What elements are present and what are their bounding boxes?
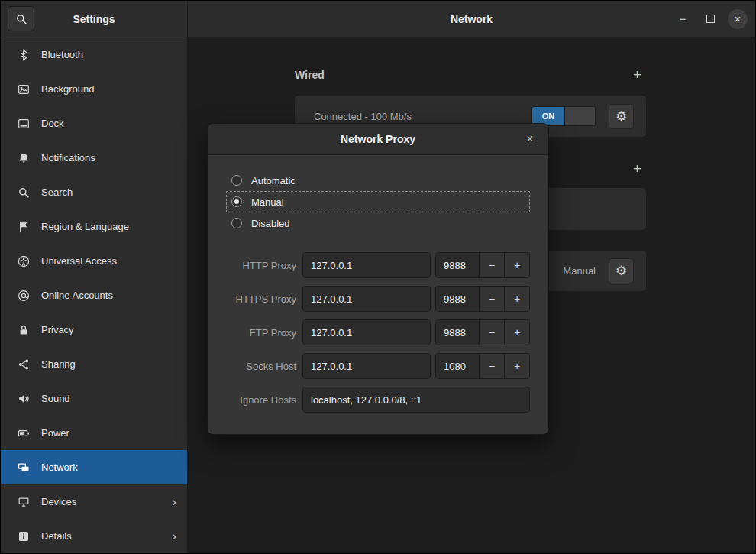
sidebar-item-power[interactable]: Power: [1, 416, 187, 450]
switch-handle[interactable]: [564, 107, 595, 125]
connection-status: Connected - 100 Mb/s: [314, 111, 412, 122]
window-controls: − ×: [673, 1, 748, 37]
sidebar-item-label: Sound: [41, 393, 70, 404]
wired-section-title: Wired: [295, 69, 325, 81]
proxy-field-row: HTTP Proxy127.0.0.19888−+: [226, 252, 530, 278]
network-icon: [18, 462, 30, 474]
add-vpn-icon[interactable]: +: [628, 161, 646, 176]
ftp-proxy-port-spinner: 9888−+: [435, 319, 530, 345]
notifications-icon: [18, 152, 30, 164]
proxy-field-row: Socks Host127.0.0.11080−+: [226, 353, 530, 379]
maximize-icon[interactable]: [700, 9, 720, 29]
https-proxy-port-value[interactable]: 9888: [436, 287, 479, 311]
dialog-titlebar[interactable]: Network Proxy ×: [208, 124, 548, 155]
dialog-body: AutomaticManualDisabled HTTP Proxy127.0.…: [208, 154, 548, 434]
proxy-mode-value: Manual: [563, 265, 596, 277]
sidebar-item-background[interactable]: Background: [1, 72, 187, 106]
sidebar-item-dock[interactable]: Dock: [1, 106, 187, 141]
sidebar-item-region-language[interactable]: Region & Language: [1, 209, 187, 244]
decrement-icon[interactable]: −: [479, 320, 504, 345]
ignore-hosts-label: Ignore Hosts: [226, 394, 296, 406]
decrement-icon[interactable]: −: [479, 287, 504, 311]
decrement-icon[interactable]: −: [479, 253, 504, 277]
sidebar-item-label: Universal Access: [41, 255, 117, 267]
switch-on-label: ON: [532, 112, 564, 121]
increment-icon[interactable]: +: [504, 253, 529, 277]
sidebar-item-details[interactable]: Details›: [1, 519, 187, 553]
sharing-icon: [18, 358, 30, 371]
proxy-settings-button[interactable]: ⚙: [609, 258, 634, 283]
proxy-mode-disabled[interactable]: Disabled: [226, 212, 530, 234]
sidebar-item-label: Bluetooth: [41, 49, 83, 60]
proxy-field-row: FTP Proxy127.0.0.19888−+: [226, 319, 530, 345]
https-proxy-host-input[interactable]: 127.0.0.1: [302, 286, 431, 312]
search-icon: [18, 186, 30, 199]
minimize-icon[interactable]: −: [673, 9, 693, 29]
increment-icon[interactable]: +: [504, 287, 529, 311]
sidebar-item-devices[interactable]: Devices›: [1, 484, 187, 519]
http-proxy-label: HTTP Proxy: [226, 260, 296, 271]
proxy-mode-automatic[interactable]: Automatic: [226, 170, 530, 191]
background-icon: [18, 83, 30, 96]
socks-host-host-input[interactable]: 127.0.0.1: [302, 353, 431, 379]
socks-host-port-value[interactable]: 1080: [436, 354, 479, 378]
increment-icon[interactable]: +: [504, 354, 529, 378]
sound-icon: [18, 393, 30, 405]
page-title: Network: [451, 13, 493, 25]
add-wired-connection-icon[interactable]: +: [628, 67, 646, 82]
maximize-square: [706, 15, 715, 23]
sidebar-item-privacy[interactable]: Privacy: [1, 313, 187, 347]
http-proxy-port-value[interactable]: 9888: [436, 253, 479, 277]
ftp-proxy-host-input[interactable]: 127.0.0.1: [302, 319, 431, 345]
wired-settings-button[interactable]: ⚙: [609, 104, 634, 129]
sidebar-item-notifications[interactable]: Notifications: [1, 141, 187, 175]
proxy-field-row: HTTPS Proxy127.0.0.19888−+: [226, 286, 530, 312]
online-accounts-icon: [18, 290, 30, 302]
dock-icon: [18, 118, 30, 130]
bluetooth-icon: [18, 49, 30, 61]
devices-icon: [18, 496, 30, 508]
proxy-mode-manual[interactable]: Manual: [226, 191, 530, 212]
sidebar-item-network[interactable]: Network: [1, 450, 187, 484]
https-proxy-label: HTTPS Proxy: [226, 293, 296, 305]
decrement-icon[interactable]: −: [479, 354, 504, 378]
radio-unchecked-icon[interactable]: [231, 175, 242, 186]
socks-host-port-spinner: 1080−+: [435, 353, 530, 379]
titlebar[interactable]: Settings Network − ×: [1, 1, 755, 37]
gear-icon: ⚙: [615, 263, 627, 279]
region-language-icon: [18, 221, 30, 233]
ignore-hosts-input[interactable]: localhost, 127.0.0.0/8, ::1: [302, 387, 530, 413]
sidebar-item-label: Dock: [41, 118, 64, 129]
ftp-proxy-label: FTP Proxy: [226, 327, 296, 339]
radio-unchecked-icon[interactable]: [231, 218, 242, 228]
dialog-title: Network Proxy: [341, 133, 415, 145]
http-proxy-port-spinner: 9888−+: [435, 252, 530, 278]
universal-access-icon: [18, 255, 30, 267]
sidebar-item-sound[interactable]: Sound: [1, 381, 187, 416]
wired-section-header: Wired +: [295, 67, 646, 82]
sidebar-item-bluetooth[interactable]: Bluetooth: [1, 37, 187, 72]
power-icon: [18, 427, 30, 439]
sidebar-item-label: Sharing: [41, 358, 76, 370]
radio-checked-icon[interactable]: [231, 196, 242, 207]
proxy-fields: HTTP Proxy127.0.0.19888−+HTTPS Proxy127.…: [226, 252, 530, 413]
http-proxy-host-input[interactable]: 127.0.0.1: [302, 252, 431, 278]
sidebar-item-label: Details: [41, 530, 72, 542]
sidebar-item-label: Search: [41, 186, 73, 198]
sidebar: BluetoothBackgroundDockNotificationsSear…: [1, 37, 188, 553]
sidebar-item-online-accounts[interactable]: Online Accounts: [1, 278, 187, 313]
sidebar-item-universal-access[interactable]: Universal Access: [1, 244, 187, 278]
ftp-proxy-port-value[interactable]: 9888: [436, 320, 479, 345]
proxy-mode-label: Automatic: [251, 175, 296, 186]
sidebar-item-label: Region & Language: [41, 221, 129, 232]
privacy-icon: [18, 324, 30, 336]
increment-icon[interactable]: +: [504, 320, 529, 345]
close-icon[interactable]: ×: [728, 9, 748, 29]
titlebar-left: Settings: [1, 1, 188, 37]
dialog-close-icon[interactable]: ×: [521, 130, 539, 148]
sidebar-item-label: Notifications: [41, 152, 95, 164]
sidebar-item-search[interactable]: Search: [1, 175, 187, 209]
sidebar-item-label: Privacy: [41, 324, 74, 335]
sidebar-item-sharing[interactable]: Sharing: [1, 347, 187, 381]
search-button[interactable]: [8, 6, 34, 31]
